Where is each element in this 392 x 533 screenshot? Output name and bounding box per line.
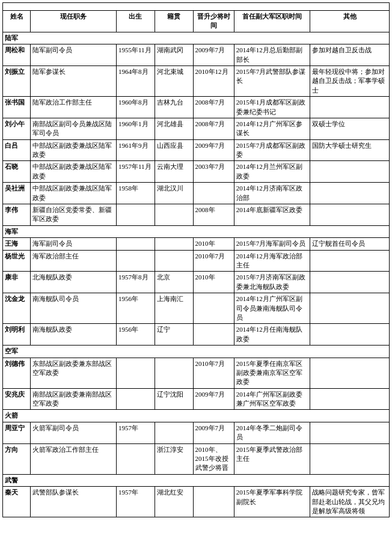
first-cell: 2014年12月兰州军区副政委 — [234, 161, 310, 183]
job-cell: 南部战区副司令员兼战区陆军司令员 — [31, 118, 117, 139]
jiguan-cell: 湖南武冈 — [155, 44, 193, 66]
jiguan-cell — [155, 422, 193, 443]
table-row: 杨世光海军政治部主任2010年7月2014年12月海军政治部主任 — [3, 250, 390, 272]
name-cell: 康非 — [3, 272, 31, 293]
table-row: 康非北海舰队政委1957年8月北京2010年2015年7月济南军区副政委兼北海舰… — [3, 272, 390, 293]
section-header-空军: 空军 — [3, 346, 390, 358]
section-header-海军: 海军 — [3, 225, 390, 237]
name-cell: 刘明利 — [3, 324, 31, 346]
table-row: 刘小午南部战区副司令员兼战区陆军司令员1960年1月河北雄县2008年7月201… — [3, 118, 390, 139]
job-cell: 陆军政治工作部主任 — [31, 97, 117, 118]
first-cell: 2015年夏季军事科学院副院长 — [234, 487, 310, 517]
promote-cell: 2009年7月 — [193, 388, 234, 410]
other-cell — [310, 183, 390, 204]
name-cell: 周亚宁 — [3, 422, 31, 443]
table-body: 陆军周松和陆军副司令员1955年11月湖南武冈2009年7月2014年12月总后… — [3, 32, 390, 517]
birth-cell — [117, 358, 155, 388]
jiguan-cell: 湖北汉川 — [155, 183, 193, 204]
name-cell: 刘振立 — [3, 65, 31, 96]
other-cell — [310, 324, 390, 346]
header-promote: 晋升少将时间 — [193, 11, 234, 32]
section-header-武警: 武警 — [3, 474, 390, 486]
first-cell: 2015年1月成都军区副政委兼纪委书记 — [234, 97, 310, 118]
name-cell: 白吕 — [3, 139, 31, 161]
birth-cell: 1956年 — [117, 324, 155, 346]
name-cell: 吴社洲 — [3, 183, 31, 204]
other-cell: 最年轻现役中将；参加对越自卫反击战；军事学硕士 — [310, 65, 390, 96]
first-cell: 2014年底新疆军区政委 — [234, 204, 310, 226]
birth-cell: 1957年8月 — [117, 272, 155, 293]
name-cell: 刘小午 — [3, 118, 31, 139]
jiguan-cell: 河北束城 — [155, 65, 193, 96]
name-cell: 沈金龙 — [3, 293, 31, 324]
birth-cell: 1961年9月 — [117, 139, 155, 161]
birth-cell: 1956年 — [117, 293, 155, 324]
jiguan-cell: 山西应县 — [155, 139, 193, 161]
name-cell: 安兆庆 — [3, 388, 31, 410]
promote-cell: 2008年 — [193, 204, 234, 226]
name-cell: 方向 — [3, 443, 31, 474]
table-row: 方向火箭军政治工作部主任浙江淳安2010年、2015年改授武警少将晋2015年夏… — [3, 443, 390, 474]
table-row: 白吕中部战区副政委兼战区陆军政委1961年9月山西应县2009年7月2015年7… — [3, 139, 390, 161]
header-birth: 出生 — [117, 11, 155, 32]
header-job: 现任职务 — [31, 11, 117, 32]
job-cell: 火箭军副司令员 — [31, 422, 117, 443]
birth-cell: 1957年 — [117, 487, 155, 517]
jiguan-cell — [155, 250, 193, 272]
first-cell: 2014年12月广州军区副司令员兼南海舰队司令员 — [234, 293, 310, 324]
name-cell: 王海 — [3, 238, 31, 250]
job-cell: 中部战区副政委兼战区陆军政委 — [31, 139, 117, 161]
section-label: 武警 — [3, 474, 390, 486]
job-cell: 陆军副司令员 — [31, 44, 117, 66]
promote-cell: 2010年 — [193, 238, 234, 250]
first-cell: 2015年7月海军副司令员 — [234, 238, 310, 250]
header-jiguan: 籍贯 — [155, 11, 193, 32]
other-cell: 国防大学硕士研究生 — [310, 139, 390, 161]
first-cell: 2014年12月济南军区政治部 — [234, 183, 310, 204]
section-label: 海军 — [3, 225, 390, 237]
first-cell: 2015年7月武警部队参谋长 — [234, 65, 310, 96]
birth-cell — [117, 388, 155, 410]
other-cell — [310, 204, 390, 226]
name-cell: 杨世光 — [3, 250, 31, 272]
table-row: 张书国陆军政治工作部主任1960年8月吉林九台2008年7月2015年1月成都军… — [3, 97, 390, 118]
promote-cell: 2009年7月 — [193, 422, 234, 443]
main-container: 姓名 现任职务 出生 籍贯 晋升少将时间 首任副大军区职时间 其他 陆军周松和陆… — [0, 0, 392, 520]
header-other: 其他 — [310, 11, 390, 32]
jiguan-cell — [155, 238, 193, 250]
section-label: 火箭 — [3, 410, 390, 422]
name-cell: 石晓 — [3, 161, 31, 183]
other-cell — [310, 358, 390, 388]
header-first: 首任副大军区职时间 — [234, 11, 310, 32]
jiguan-cell — [155, 358, 193, 388]
table-row: 王海海军副司令员2010年2015年7月海军副司令员辽宁舰首任司令员 — [3, 238, 390, 250]
birth-cell: 1960年8月 — [117, 97, 155, 118]
job-cell: 南海舰队政委 — [31, 324, 117, 346]
birth-cell: 1957年 — [117, 422, 155, 443]
other-cell — [310, 443, 390, 474]
table-row: 吴社洲中部战区副政委兼战区陆军政委1958年湖北汉川2014年12月济南军区政治… — [3, 183, 390, 204]
birth-cell: 1958年 — [117, 183, 155, 204]
table-row: 石晓中部战区副政委兼战区陆军政委1957年11月云南大理2003年7月2014年… — [3, 161, 390, 183]
other-cell — [310, 161, 390, 183]
job-cell: 海军政治部主任 — [31, 250, 117, 272]
promote-cell: 2010年12月 — [193, 65, 234, 96]
name-cell: 张书国 — [3, 97, 31, 118]
birth-cell: 1957年11月 — [117, 161, 155, 183]
first-cell: 2014年冬季二炮副司令员 — [234, 422, 310, 443]
jiguan-cell: 辽宁沈阳 — [155, 388, 193, 410]
other-cell: 辽宁舰首任司令员 — [310, 238, 390, 250]
job-cell: 北海舰队政委 — [31, 272, 117, 293]
jiguan-cell: 河北雄县 — [155, 118, 193, 139]
section-label: 空军 — [3, 346, 390, 358]
birth-cell — [117, 443, 155, 474]
table-row: 周亚宁火箭军副司令员1957年2009年7月2014年冬季二炮副司令员 — [3, 422, 390, 443]
table-row: 刘德伟东部战区副政委兼东部战区空军政委2010年7月2015年夏季任南京军区副政… — [3, 358, 390, 388]
promote-cell: 2009年7月 — [193, 44, 234, 66]
name-cell: 秦天 — [3, 487, 31, 517]
job-cell: 武警部队参谋长 — [31, 487, 117, 517]
first-cell: 2014年广州军区副政委兼广州军区空军政委 — [234, 388, 310, 410]
main-table: 姓名 现任职务 出生 籍贯 晋升少将时间 首任副大军区职时间 其他 陆军周松和陆… — [2, 10, 390, 517]
page-title — [2, 2, 390, 10]
job-cell: 南海舰队司令员 — [31, 293, 117, 324]
